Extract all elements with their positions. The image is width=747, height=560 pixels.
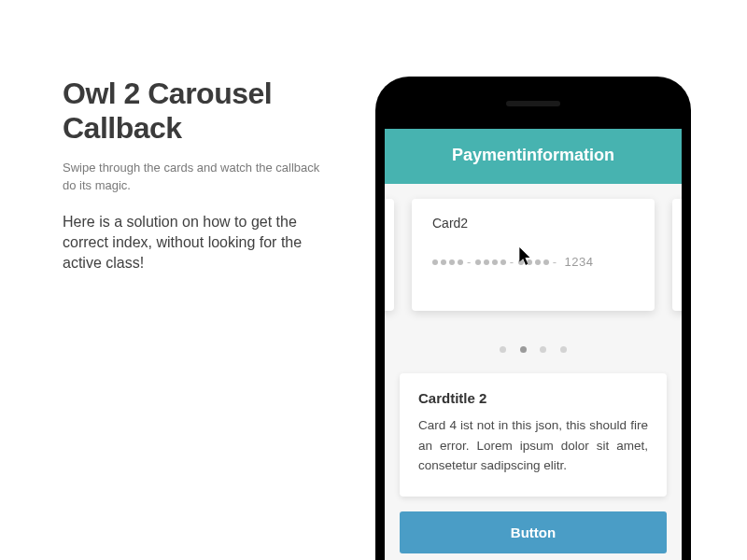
info-card-title: Cardtitle 2 (418, 390, 648, 406)
phone-speaker (506, 101, 560, 106)
carousel-dot-active[interactable] (520, 346, 527, 353)
carousel-dots (385, 340, 682, 357)
app-header-title: Paymentinformation (452, 146, 614, 164)
intro-column: Owl 2 Carousel Callback Swipe through th… (63, 77, 324, 274)
carousel[interactable]: Card2 - - - 1234 (385, 184, 682, 329)
app-header: Paymentinformation (385, 129, 682, 184)
primary-button[interactable]: Button (400, 511, 667, 553)
carousel-slide-prev[interactable] (385, 199, 394, 311)
carousel-dot[interactable] (540, 346, 546, 353)
carousel-slide-title: Card2 (432, 216, 634, 231)
carousel-dot[interactable] (500, 346, 506, 353)
carousel-slide-active[interactable]: Card2 - - - 1234 (412, 199, 655, 311)
carousel-slide-next[interactable] (672, 199, 682, 311)
page-solution-text: Here is a solution on how to get the cor… (63, 212, 324, 274)
page: Owl 2 Carousel Callback Swipe through th… (0, 0, 747, 560)
info-card: Cardtitle 2 Card 4 ist not in this json,… (400, 373, 667, 497)
phone-frame: Paymentinformation Card2 - - - 1234 (375, 77, 691, 560)
card-number-masked: - - - 1234 (432, 255, 634, 269)
card-number-last4: 1234 (565, 255, 594, 269)
carousel-dot[interactable] (560, 346, 567, 353)
page-title: Owl 2 Carousel Callback (63, 77, 324, 146)
phone-screen: Paymentinformation Card2 - - - 1234 (385, 129, 682, 560)
page-subtitle: Swipe through the cards and watch the ca… (63, 159, 324, 195)
info-card-body: Card 4 ist not in this json, this should… (418, 415, 648, 476)
primary-button-label: Button (511, 525, 556, 540)
